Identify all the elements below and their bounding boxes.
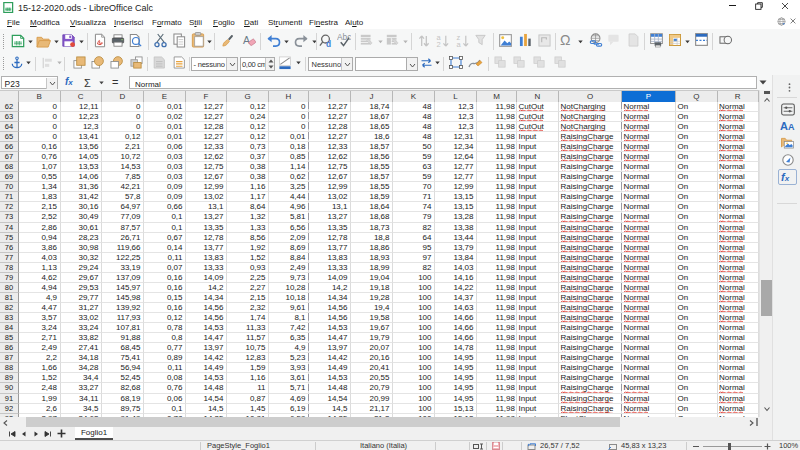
svg-text:A: A bbox=[243, 34, 250, 46]
svg-text:2: 2 bbox=[436, 40, 440, 48]
svg-text:d: d bbox=[325, 39, 330, 47]
svg-text:a: a bbox=[456, 40, 461, 48]
